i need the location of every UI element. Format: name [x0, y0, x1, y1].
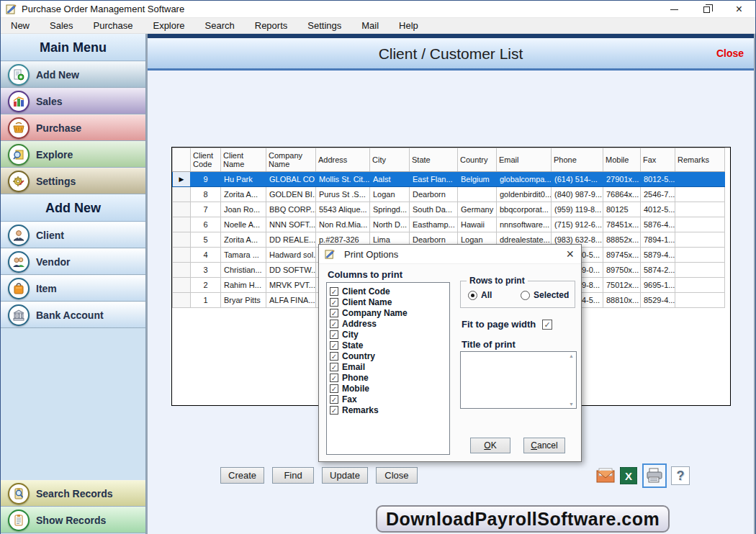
- column-checkbox-client-name[interactable]: ✓Client Name: [330, 297, 449, 307]
- sidebar-item-explore[interactable]: Explore: [1, 141, 145, 168]
- close-button[interactable]: Close: [376, 467, 418, 484]
- column-checkbox-phone[interactable]: ✓Phone: [330, 372, 449, 383]
- column-checkbox-client-code[interactable]: ✓Client Code: [330, 286, 449, 297]
- row-marker-cell: [173, 278, 191, 293]
- fit-to-page-checkbox[interactable]: ✓: [542, 320, 552, 330]
- column-checkbox-state[interactable]: ✓State: [330, 340, 449, 350]
- cell: 4: [191, 248, 221, 263]
- menu-item-settings[interactable]: Settings: [297, 18, 351, 34]
- sidebar-item-client[interactable]: Client: [1, 222, 145, 248]
- sidebar-item-bank-account[interactable]: Bank Account: [1, 302, 145, 328]
- print-options-dialog: Print Options × Columns to print ✓Client…: [318, 244, 582, 462]
- excel-export-button[interactable]: X: [619, 466, 638, 485]
- update-button[interactable]: Update: [322, 467, 368, 484]
- column-checkbox-company-name[interactable]: ✓Company Name: [330, 307, 449, 318]
- cell: Christian...: [221, 263, 266, 278]
- row-marker-cell: [173, 187, 191, 202]
- menu-item-reports[interactable]: Reports: [245, 18, 298, 34]
- cell: DD SOFTW...: [266, 263, 316, 278]
- cell: Dearborn: [410, 187, 458, 202]
- sidebar-item-show-records[interactable]: Show Records: [1, 507, 145, 533]
- column-header[interactable]: Address: [316, 148, 370, 172]
- sidebar-item-sales[interactable]: Sales: [1, 88, 145, 114]
- column-header[interactable]: Email: [497, 148, 552, 172]
- sidebar-item-settings[interactable]: Settings: [1, 168, 145, 194]
- client-person-icon: [8, 225, 30, 246]
- column-header[interactable]: Client Name: [221, 148, 266, 172]
- cell: Springd...: [370, 202, 410, 217]
- cell: Hu Park: [221, 172, 266, 187]
- column-checkbox-remarks[interactable]: ✓Remarks: [330, 404, 449, 415]
- mail-button[interactable]: [596, 466, 615, 485]
- menu-item-sales[interactable]: Sales: [40, 18, 84, 34]
- find-button[interactable]: Find: [272, 467, 314, 484]
- column-header[interactable]: City: [370, 148, 410, 172]
- menu-item-search[interactable]: Search: [195, 18, 245, 34]
- checkbox-icon: ✓: [330, 320, 338, 328]
- sidebar-item-search-records[interactable]: Search Records: [1, 480, 145, 507]
- menu-item-new[interactable]: New: [1, 18, 40, 34]
- column-header[interactable]: Mobile: [603, 148, 641, 172]
- page-close-link[interactable]: Close: [716, 47, 744, 59]
- cell: South Da...: [410, 202, 458, 217]
- column-header[interactable]: Company Name: [266, 148, 316, 172]
- cell: [675, 248, 725, 263]
- cell: 7894-1...: [641, 232, 675, 248]
- column-header[interactable]: Fax: [641, 148, 675, 172]
- menu-item-mail[interactable]: Mail: [351, 18, 389, 34]
- checkbox-icon: ✓: [330, 374, 338, 382]
- column-header[interactable]: Phone: [552, 148, 603, 172]
- column-checkbox-fax[interactable]: ✓Fax: [330, 394, 449, 404]
- print-options-icon: [325, 249, 336, 260]
- minimize-button[interactable]: [658, 1, 690, 18]
- table-row[interactable]: 7Joan Ro...BBQ CORP...5543 Alique...Spri…: [173, 202, 725, 217]
- column-checkbox-email[interactable]: ✓Email: [330, 361, 449, 372]
- column-checkbox-country[interactable]: ✓Country: [330, 350, 449, 361]
- radio-selected[interactable]: Selected: [521, 290, 569, 300]
- cell: [675, 263, 725, 278]
- table-row[interactable]: ▶9Hu ParkGLOBAL CO...Mollis St. Cit...Aa…: [173, 172, 725, 187]
- cell: (840) 987-9...: [552, 187, 603, 202]
- checkbox-label: Remarks: [342, 405, 379, 415]
- column-header[interactable]: State: [410, 148, 458, 172]
- radio-all[interactable]: All: [468, 290, 492, 300]
- title-of-print-textarea[interactable]: ▲ ▼: [460, 351, 577, 409]
- column-header[interactable]: Client Code: [191, 148, 221, 172]
- column-header[interactable]: Country: [458, 148, 497, 172]
- column-checkbox-mobile[interactable]: ✓Mobile: [330, 383, 449, 394]
- sidebar-item-add-new[interactable]: Add New: [1, 61, 145, 88]
- column-header[interactable]: Remarks: [675, 148, 725, 172]
- print-button[interactable]: [642, 463, 667, 488]
- cell: 27901x...: [603, 172, 641, 187]
- cancel-button[interactable]: Cancel: [523, 438, 565, 453]
- sidebar-item-item[interactable]: Item: [1, 275, 145, 302]
- dialog-close-icon[interactable]: ×: [566, 247, 574, 262]
- create-button[interactable]: Create: [220, 467, 264, 484]
- menu-item-help[interactable]: Help: [389, 18, 428, 34]
- menubar: NewSalesPurchaseExploreSearchReportsSett…: [1, 18, 755, 34]
- cell: Tamara ...: [221, 248, 266, 263]
- cell: [675, 293, 725, 308]
- cell: (715) 912-6...: [552, 217, 603, 232]
- close-window-button[interactable]: ×: [723, 1, 755, 18]
- column-checkbox-address[interactable]: ✓Address: [330, 318, 449, 329]
- sidebar-item-label: Purchase: [36, 122, 81, 134]
- sidebar-item-purchase[interactable]: Purchase: [1, 114, 145, 141]
- table-row[interactable]: 8Zorita A...GOLDEN BI...Purus St .S...Lo…: [173, 187, 725, 202]
- column-checkbox-city[interactable]: ✓City: [330, 329, 449, 340]
- menu-item-purchase[interactable]: Purchase: [84, 18, 143, 34]
- table-row[interactable]: 6Noelle A...NNN SOFT...Non Rd.Mia...Nort…: [173, 217, 725, 232]
- cell: 5876-4...: [641, 217, 675, 232]
- cell: North D...: [370, 217, 410, 232]
- checkbox-icon: ✓: [330, 330, 338, 339]
- explore-icon: [8, 144, 30, 166]
- cell: 80125: [603, 202, 641, 217]
- header-top-strip: [148, 34, 754, 38]
- ok-button[interactable]: OK: [470, 438, 510, 453]
- restore-button[interactable]: [690, 1, 723, 18]
- help-button[interactable]: ?: [671, 466, 690, 485]
- scroll-up-icon[interactable]: ▲: [567, 353, 575, 358]
- menu-item-explore[interactable]: Explore: [143, 18, 194, 34]
- sidebar-item-vendor[interactable]: Vendor: [1, 248, 145, 275]
- scroll-down-icon[interactable]: ▼: [567, 402, 575, 407]
